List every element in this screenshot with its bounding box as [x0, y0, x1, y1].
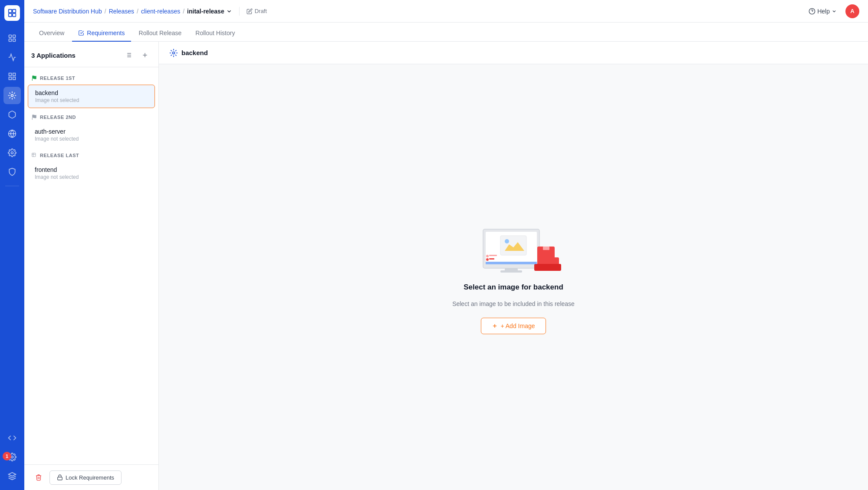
release-section-1st: RELEASE 1ST backend Image not selected — [24, 72, 158, 108]
flag-green-icon — [31, 75, 37, 81]
release-label-1st: RELEASE 1ST — [24, 72, 158, 84]
help-circle-icon — [809, 8, 815, 15]
svg-rect-35 — [500, 236, 526, 255]
svg-rect-8 — [9, 73, 12, 76]
svg-rect-3 — [13, 13, 16, 16]
requirements-icon — [78, 30, 84, 36]
svg-rect-47 — [489, 258, 494, 260]
sidebar-item-releases[interactable] — [3, 87, 21, 104]
flag-last-icon — [31, 152, 37, 158]
svg-rect-5 — [13, 35, 16, 38]
sidebar-item-globe[interactable] — [3, 125, 21, 142]
sidebar-item-settings[interactable] — [3, 144, 21, 161]
sidebar-logo — [4, 5, 20, 21]
svg-rect-4 — [9, 35, 12, 38]
tab-overview[interactable]: Overview — [33, 25, 70, 42]
svg-point-16 — [11, 456, 13, 458]
tab-rollout-history[interactable]: Rollout History — [189, 25, 241, 42]
sidebar-item-shield[interactable] — [3, 163, 21, 181]
draft-badge: Draft — [247, 8, 267, 14]
trash-icon — [35, 474, 42, 481]
left-panel-header: 3 Applications — [24, 42, 158, 67]
topbar: Software Distribution Hub / Releases / c… — [24, 0, 868, 23]
notification-badge: 1 — [3, 452, 11, 460]
content-area: 3 Applications RELEASE 1ST backend — [24, 42, 868, 490]
breadcrumb-sep2: / — [137, 8, 138, 15]
topbar-right: Help A — [805, 4, 859, 18]
right-panel-header: backend — [159, 42, 868, 64]
sidebar-item-code[interactable] — [3, 429, 21, 447]
empty-state-subtitle: Select an image to be included in this r… — [452, 300, 575, 307]
sidebar-item-grid[interactable] — [3, 68, 21, 85]
svg-point-12 — [11, 95, 13, 97]
sidebar-item-layers[interactable] — [3, 467, 21, 485]
app-item-backend[interactable]: backend Image not selected — [28, 85, 155, 108]
avatar[interactable]: A — [845, 4, 859, 18]
lock-requirements-button[interactable]: Lock Requirements — [49, 470, 122, 485]
breadcrumb-client-releases[interactable]: client-releases — [141, 8, 180, 15]
tabbar: Overview Requirements Rollout Release Ro… — [24, 23, 868, 42]
sidebar-divider — [5, 186, 19, 186]
sort-button[interactable] — [122, 49, 135, 62]
release-list: RELEASE 1ST backend Image not selected R… — [24, 67, 158, 464]
svg-rect-9 — [13, 73, 16, 76]
svg-rect-6 — [9, 39, 12, 42]
left-panel: 3 Applications RELEASE 1ST backend — [24, 42, 159, 490]
right-panel-title: backend — [181, 49, 208, 56]
help-chevron-icon — [832, 9, 837, 14]
pencil-icon — [247, 8, 253, 14]
svg-rect-31 — [58, 477, 62, 480]
right-panel-body: Select an image for backend Select an im… — [159, 64, 868, 490]
svg-rect-39 — [500, 270, 522, 273]
illustration — [470, 220, 557, 273]
flag-gray-icon — [31, 114, 37, 120]
svg-point-44 — [486, 255, 489, 257]
svg-rect-2 — [9, 13, 12, 16]
main-content: Software Distribution Hub / Releases / c… — [24, 0, 868, 490]
add-plus-icon — [492, 323, 498, 329]
breadcrumb-hub[interactable]: Software Distribution Hub — [33, 8, 102, 15]
breadcrumb: Software Distribution Hub / Releases / c… — [33, 8, 232, 15]
svg-rect-45 — [489, 255, 497, 256]
sidebar-item-dashboard[interactable] — [3, 30, 21, 47]
tab-requirements[interactable]: Requirements — [72, 25, 131, 42]
plus-icon — [141, 52, 148, 59]
empty-state-title: Select an image for backend — [464, 283, 563, 292]
empty-state-illustration — [470, 220, 566, 281]
release-label-2nd: RELEASE 2ND — [24, 112, 158, 123]
right-panel: backend — [159, 42, 868, 490]
app-item-frontend[interactable]: frontend Image not selected — [28, 162, 155, 184]
left-panel-footer: Lock Requirements — [24, 464, 158, 490]
svg-point-32 — [173, 52, 175, 54]
svg-rect-48 — [486, 262, 537, 264]
add-button[interactable] — [138, 49, 151, 62]
release-section-2nd: RELEASE 2ND auth-server Image not select… — [24, 112, 158, 146]
svg-point-37 — [505, 239, 509, 243]
svg-rect-0 — [9, 10, 12, 13]
chevron-down-icon[interactable] — [226, 8, 232, 14]
delete-button[interactable] — [31, 470, 46, 485]
lock-icon — [57, 474, 63, 480]
svg-rect-1 — [13, 10, 16, 13]
sidebar: 1 — [0, 0, 24, 490]
breadcrumb-sep3: / — [183, 8, 184, 15]
svg-rect-10 — [9, 77, 12, 80]
breadcrumb-releases[interactable]: Releases — [109, 8, 134, 15]
sort-icon — [125, 52, 132, 59]
svg-rect-11 — [13, 77, 16, 80]
svg-rect-42 — [534, 264, 561, 271]
tab-rollout-release[interactable]: Rollout Release — [133, 25, 188, 42]
svg-rect-30 — [32, 153, 36, 157]
sidebar-item-chart[interactable] — [3, 49, 21, 66]
svg-point-46 — [486, 258, 489, 261]
breadcrumb-sep1: / — [105, 8, 106, 15]
sidebar-item-package[interactable] — [3, 106, 21, 123]
svg-rect-43 — [543, 247, 549, 250]
add-image-button[interactable]: + Add Image — [481, 318, 546, 334]
svg-point-15 — [11, 152, 13, 154]
svg-marker-17 — [9, 473, 16, 476]
help-button[interactable]: Help — [805, 6, 840, 16]
release-section-last: RELEASE LAST frontend Image not selected — [24, 150, 158, 184]
app-item-auth-server[interactable]: auth-server Image not selected — [28, 124, 155, 146]
breadcrumb-release-name: inital-release — [187, 8, 232, 15]
